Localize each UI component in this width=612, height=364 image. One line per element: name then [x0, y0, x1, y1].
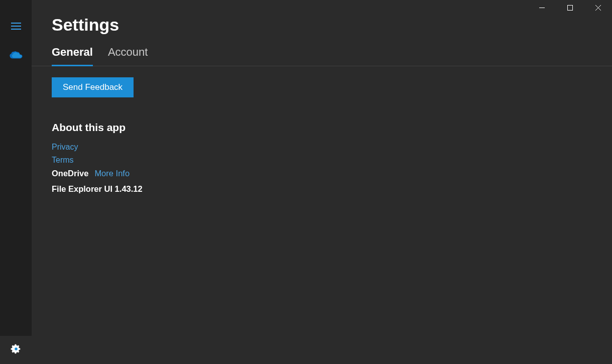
tabs: General Account: [32, 46, 612, 66]
gear-icon: [11, 343, 22, 356]
app-window: Settings General Account Send Feedback A…: [0, 0, 612, 364]
svg-rect-5: [567, 6, 572, 11]
tab-account[interactable]: Account: [108, 46, 148, 66]
window-controls: [528, 0, 612, 20]
page-title: Settings: [52, 15, 592, 35]
hamburger-icon: [11, 23, 21, 32]
send-feedback-button[interactable]: Send Feedback: [52, 77, 134, 97]
onedrive-icon: [10, 51, 23, 62]
close-button[interactable]: [584, 0, 612, 16]
app-name-label: OneDrive: [52, 169, 88, 178]
sidebar: [0, 0, 32, 364]
sidebar-hamburger[interactable]: [0, 15, 32, 39]
minimize-button[interactable]: [528, 0, 556, 16]
privacy-link[interactable]: Privacy: [52, 143, 78, 152]
tab-general[interactable]: General: [52, 46, 93, 66]
svg-point-3: [15, 347, 18, 350]
version-text: File Explorer UI 1.43.12: [52, 184, 592, 194]
close-icon: [595, 4, 601, 13]
maximize-icon: [567, 4, 573, 13]
sidebar-settings[interactable]: [0, 336, 32, 364]
minimize-icon: [539, 4, 545, 13]
tab-content: Send Feedback About this app Privacy Ter…: [52, 66, 592, 194]
main-content: Settings General Account Send Feedback A…: [32, 0, 612, 364]
about-heading: About this app: [52, 122, 592, 134]
app-name-row: OneDrive More Info: [52, 169, 592, 178]
terms-link[interactable]: Terms: [52, 156, 74, 165]
maximize-button[interactable]: [556, 0, 584, 16]
more-info-link[interactable]: More Info: [94, 169, 130, 178]
sidebar-onedrive[interactable]: [0, 44, 32, 68]
